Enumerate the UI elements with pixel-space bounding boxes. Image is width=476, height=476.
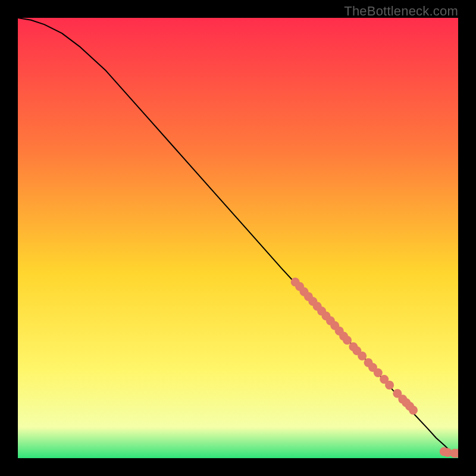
chart-frame: TheBottleneck.com — [0, 0, 476, 476]
gradient-chart — [18, 18, 458, 458]
data-point — [343, 336, 352, 345]
data-point — [358, 352, 367, 361]
data-point — [409, 406, 418, 415]
watermark-text: TheBottleneck.com — [344, 4, 458, 19]
data-point — [374, 368, 383, 377]
data-point — [385, 381, 394, 390]
plot-area — [18, 18, 458, 458]
gradient-background — [18, 18, 458, 458]
